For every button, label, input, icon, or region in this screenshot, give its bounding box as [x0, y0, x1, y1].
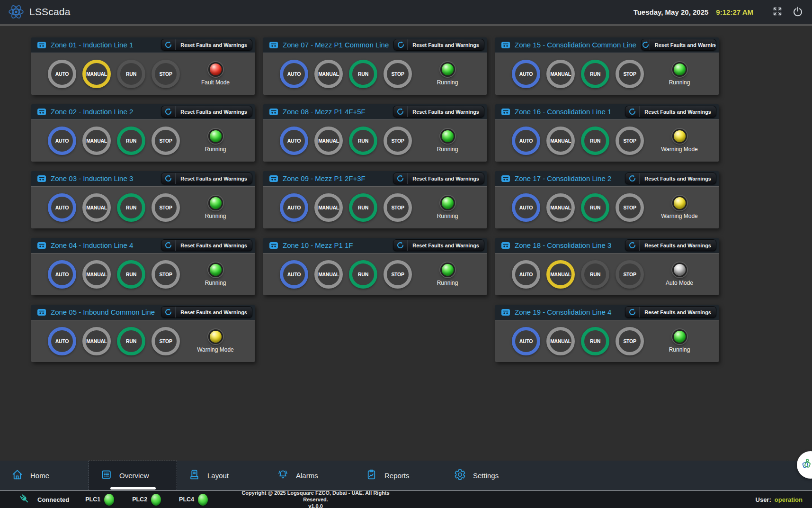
reset-faults-button[interactable]: Reset Faults and Warnings	[625, 106, 716, 118]
auto-button[interactable]: AUTO	[280, 60, 308, 88]
stop-button[interactable]: STOP	[616, 327, 644, 355]
reset-faults-button[interactable]: Reset Faults and Warnings	[625, 172, 716, 184]
auto-button[interactable]: AUTO	[280, 127, 308, 155]
manual-button[interactable]: MANUAL	[546, 327, 575, 355]
auto-button[interactable]: AUTO	[280, 260, 308, 289]
auto-button[interactable]: AUTO	[512, 193, 540, 222]
reset-button-label: Reset Faults and Warnings	[408, 176, 484, 181]
conveyor-icon	[501, 309, 510, 316]
auto-button[interactable]: AUTO	[512, 127, 540, 155]
stop-button[interactable]: STOP	[384, 127, 412, 155]
manual-button[interactable]: MANUAL	[314, 260, 343, 289]
stop-button[interactable]: STOP	[152, 260, 180, 289]
plc1-led	[104, 494, 114, 506]
run-button[interactable]: RUN	[117, 127, 145, 155]
auto-button[interactable]: AUTO	[48, 327, 76, 355]
reset-faults-button[interactable]: Reset Faults and Warnings	[625, 306, 716, 318]
run-button[interactable]: RUN	[581, 260, 609, 289]
status-indicator: Warning Mode	[657, 196, 702, 219]
zone-title: Zone 16 - Consolidation Line 1	[515, 108, 611, 116]
stop-button[interactable]: STOP	[384, 60, 412, 88]
reset-faults-button[interactable]: Reset Faults and Warnings	[161, 306, 252, 318]
run-button[interactable]: RUN	[117, 60, 145, 88]
nav-item-settings[interactable]: Settings	[443, 461, 531, 490]
status-indicator: Running	[193, 263, 238, 286]
nav-item-overview[interactable]: Overview	[89, 461, 177, 490]
nav-item-reports[interactable]: Reports	[354, 461, 443, 490]
manual-button[interactable]: MANUAL	[82, 193, 111, 222]
reset-faults-button[interactable]: Reset Faults and Warnings	[161, 39, 252, 51]
time-text: 9:12:27 AM	[716, 8, 753, 16]
manual-button[interactable]: MANUAL	[82, 327, 111, 355]
auto-button[interactable]: AUTO	[512, 260, 540, 289]
stop-button[interactable]: STOP	[152, 193, 180, 222]
stop-button[interactable]: STOP	[616, 127, 644, 155]
auto-button[interactable]: AUTO	[48, 193, 76, 222]
auto-button[interactable]: AUTO	[48, 260, 76, 289]
stop-button[interactable]: STOP	[384, 193, 412, 222]
zone-card: Zone 10 - Mezz P1 1F Reset Faults and Wa…	[263, 238, 487, 295]
auto-button[interactable]: AUTO	[48, 127, 76, 155]
run-button[interactable]: RUN	[117, 193, 145, 222]
accessibility-icon	[800, 458, 812, 472]
run-button[interactable]: RUN	[581, 127, 609, 155]
run-button[interactable]: RUN	[349, 260, 377, 289]
run-button[interactable]: RUN	[117, 327, 145, 355]
reset-faults-button[interactable]: Reset Faults and Warnings	[161, 239, 252, 251]
reset-button-label: Reset Faults and Warnings	[640, 243, 716, 248]
run-button[interactable]: RUN	[117, 260, 145, 289]
auto-button[interactable]: AUTO	[512, 327, 540, 355]
fullscreen-button[interactable]	[771, 5, 784, 19]
nav-item-alarms[interactable]: Alarms	[266, 461, 354, 490]
run-button[interactable]: RUN	[349, 60, 377, 88]
conveyor-icon	[37, 309, 46, 316]
manual-button[interactable]: MANUAL	[82, 127, 111, 155]
zones-column-1: Zone 01 - Induction Line 1 Reset Faults …	[31, 37, 255, 461]
run-button[interactable]: RUN	[581, 327, 609, 355]
zone-title: Zone 07 - Mezz P1 Common Line	[283, 41, 389, 49]
stop-button[interactable]: STOP	[616, 60, 644, 88]
status-led	[440, 62, 455, 77]
run-button[interactable]: RUN	[349, 193, 377, 222]
power-button[interactable]	[791, 5, 804, 19]
stop-button[interactable]: STOP	[616, 193, 644, 222]
reset-faults-button[interactable]: Reset Faults and Warnings	[393, 106, 484, 118]
status-indicator: Running	[657, 62, 702, 86]
nav-item-layout[interactable]: Layout	[177, 461, 266, 490]
reset-faults-button[interactable]: Reset Faults and Warnings	[161, 172, 252, 184]
reset-button-label: Reset Faults and Warnings	[408, 243, 484, 248]
manual-button[interactable]: MANUAL	[546, 260, 575, 289]
manual-button[interactable]: MANUAL	[546, 127, 575, 155]
auto-button[interactable]: AUTO	[280, 193, 308, 222]
reset-faults-button[interactable]: Reset Faults and Warnings	[393, 239, 484, 251]
stop-button[interactable]: STOP	[152, 327, 180, 355]
reset-faults-button[interactable]: Reset Faults and Warnings	[625, 239, 716, 251]
zone-card-header: Zone 18 - Consolidation Line 3 Reset Fau…	[495, 238, 719, 253]
reset-faults-button[interactable]: Reset Faults and Warnings	[393, 172, 484, 184]
connection-label: Connected	[37, 496, 69, 503]
zone-title: Zone 09 - Mezz P1 2F+3F	[283, 174, 366, 182]
nav-item-home[interactable]: Home	[0, 461, 89, 490]
stop-button[interactable]: STOP	[152, 127, 180, 155]
manual-button[interactable]: MANUAL	[546, 60, 575, 88]
manual-button[interactable]: MANUAL	[314, 60, 343, 88]
auto-button[interactable]: AUTO	[48, 60, 76, 88]
reset-faults-button[interactable]: Reset Faults and Warnings	[641, 39, 716, 51]
stop-button[interactable]: STOP	[616, 260, 644, 289]
manual-button[interactable]: MANUAL	[546, 193, 575, 222]
manual-button[interactable]: MANUAL	[314, 193, 343, 222]
run-button[interactable]: RUN	[581, 193, 609, 222]
auto-button[interactable]: AUTO	[512, 60, 540, 88]
manual-button[interactable]: MANUAL	[314, 127, 343, 155]
manual-button[interactable]: MANUAL	[82, 60, 111, 88]
stop-button[interactable]: STOP	[384, 260, 412, 289]
run-button[interactable]: RUN	[349, 127, 377, 155]
reset-faults-button[interactable]: Reset Faults and Warnings	[393, 39, 484, 51]
zone-controls: AUTO MANUAL RUN STOP Running	[263, 186, 487, 228]
reset-faults-button[interactable]: Reset Faults and Warnings	[161, 106, 252, 118]
copyright-text: Copyright @ 2025 Logsquare FZCO, Dubai -…	[234, 490, 397, 503]
nav-label: Home	[30, 472, 49, 480]
run-button[interactable]: RUN	[581, 60, 609, 88]
stop-button[interactable]: STOP	[152, 60, 180, 88]
manual-button[interactable]: MANUAL	[82, 260, 111, 289]
